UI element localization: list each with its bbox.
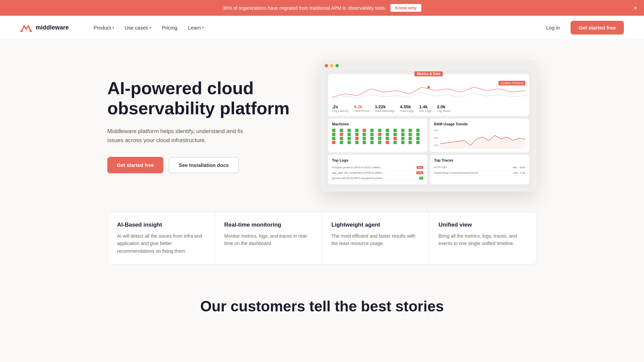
logs-title: Top Logs [332, 158, 423, 162]
machine-dot [409, 141, 412, 144]
feature-card-unified: Unified view Bring all the metrics, logs… [429, 212, 537, 264]
learn-chevron-icon: ▾ [202, 26, 204, 29]
nav-item-pricing[interactable]: Pricing [157, 22, 182, 33]
hero-installation-docs-button[interactable]: See Installation docs [169, 157, 239, 173]
machine-dot [355, 133, 359, 136]
machine-dot [378, 137, 381, 140]
machine-dot [386, 141, 389, 144]
machine-dot [386, 129, 389, 132]
nav-links: Product ▾ Use cases ▾ Pricing Learn ▾ [89, 22, 541, 33]
machine-dot [393, 141, 397, 144]
machine-dot [416, 133, 420, 136]
machine-dot [355, 129, 359, 132]
feature-ai-title: AI-Based insight [117, 222, 205, 228]
machine-dot [401, 129, 405, 132]
machine-dot [340, 137, 343, 140]
machine-dot [386, 137, 389, 140]
stats-row: .2s Avg Latency 9.2k Total Errors 1.22k … [332, 104, 525, 113]
machines-title: Machines [332, 122, 423, 126]
nav-item-use-cases[interactable]: Use cases ▾ [120, 22, 156, 33]
stat-avg-latency: .2s Avg Latency [332, 104, 348, 113]
machine-dot [340, 133, 343, 136]
metrics-data-label: Metrics & Data [414, 71, 443, 76]
machine-dot [416, 129, 420, 132]
machine-dot [347, 129, 351, 132]
machine-dot [355, 137, 359, 140]
hero-visual: Metrics & Data Incident Timeline .2 [321, 60, 537, 192]
metrics-chart: Incident Timeline [332, 82, 525, 102]
machine-dot [409, 137, 412, 140]
hero-buttons: Get started free See Installation docs [107, 157, 301, 173]
machine-dot [378, 129, 381, 132]
product-chevron-icon: ▾ [112, 26, 114, 29]
customers-title: Our customers tell the best stories [20, 298, 624, 315]
use-cases-chevron-icon: ▾ [150, 26, 151, 29]
titlebar-dot-red [325, 64, 328, 67]
metrics-data-card: Metrics & Data Incident Timeline .2 [328, 74, 529, 116]
log-row-3: [pulsar-web-6]>5] INFO org.apache.pulsar… [332, 176, 423, 181]
feature-lightweight-title: Lightweight agent [331, 222, 420, 228]
machine-dot [386, 133, 389, 136]
feature-unified-title: Unified view [439, 222, 527, 228]
nav-actions: Log in Get started free [541, 21, 624, 35]
machine-dot [363, 137, 366, 140]
features-grid: AI-Based insight AI will detect all the … [107, 212, 537, 264]
machine-dot [401, 133, 405, 136]
stat-total-logs: 4.55k Total Logs [400, 104, 414, 113]
hero-content: AI-powered cloud observability platform … [107, 78, 301, 173]
machine-dot [370, 129, 374, 132]
machine-dot [401, 141, 405, 144]
nav-cta-button[interactable]: Get started free [571, 21, 624, 35]
ram-usage-card: RAM Usage Trends 90% 50% 10% [430, 119, 529, 152]
machine-dot [340, 129, 343, 132]
feature-ai-desc: AI will detect all the issues from infra… [117, 232, 205, 255]
machine-dot [393, 129, 397, 132]
nav-item-learn[interactable]: Learn ▾ [183, 22, 209, 33]
top-logs-card: Top Logs Postgres.protocol (#PID>0.8212>… [328, 155, 427, 184]
machine-dot [332, 137, 335, 140]
mockup-inner: Metrics & Data Incident Timeline .2 [325, 71, 533, 188]
machine-dot [332, 141, 335, 144]
machine-dot [378, 141, 381, 144]
trace-row-1: HTTP GET Hits : 942k [434, 165, 525, 170]
hero-title: AI-powered cloud observability platform [107, 78, 301, 119]
top-traces-card: Top Traces HTTP GET Hits : 942k hipsterS… [430, 155, 529, 184]
machine-dot [416, 137, 420, 140]
hero-subtitle: Middleware platform helps identify, unde… [107, 127, 248, 145]
feature-card-lightweight: Lightweight agent The most efficient and… [322, 212, 429, 264]
announcement-close-button[interactable]: × [634, 4, 637, 11]
machine-dot [347, 137, 351, 140]
log-row-1: Postgres.protocol (#PID>0.8212>) failed.… [332, 165, 423, 170]
navbar: middleware Product ▾ Use cases ▾ Pricing [0, 16, 644, 40]
feature-card-ai: AI-Based insight AI will detect all the … [108, 212, 215, 264]
login-link[interactable]: Log in [541, 22, 565, 33]
know-why-button[interactable]: Know why [390, 4, 421, 12]
machine-dot [393, 133, 397, 136]
machine-dot [370, 137, 374, 140]
mockup-titlebar [325, 64, 533, 67]
stat-total-errors: 9.2k Total Errors [354, 104, 369, 113]
machines-card: Machines [328, 119, 427, 152]
machine-dot [340, 141, 343, 144]
features-section: AI-Based insight AI will detect all the … [87, 205, 557, 278]
machine-dot [378, 133, 381, 136]
machine-dot [355, 141, 359, 144]
machine-dot [363, 129, 366, 132]
customers-section: Our customers tell the best stories [0, 278, 644, 335]
machine-dot [370, 133, 374, 136]
machine-dot [332, 133, 335, 136]
hero-get-started-button[interactable]: Get started free [107, 157, 163, 173]
machine-dot [347, 133, 351, 136]
logo-link[interactable]: middleware [20, 23, 69, 33]
announcement-text: 36% of organizations have migrated from … [223, 5, 386, 11]
titlebar-dot-yellow [330, 64, 333, 67]
svg-text:50%: 50% [434, 137, 438, 139]
machine-dot [363, 141, 366, 144]
traces-title: Top Traces [434, 158, 525, 162]
feature-realtime-title: Real-time monitoring [224, 222, 313, 228]
log-row-2: app_grpc.otd_composition (#PID>0.3565> 5… [332, 170, 423, 176]
stat-log-rows: 2.0k Log Rows [437, 104, 450, 113]
feature-unified-desc: Bring all the metrics, logs, traces, and… [439, 232, 527, 247]
feature-card-realtime: Real-time monitoring Monitor metrics, lo… [215, 212, 322, 264]
nav-item-product[interactable]: Product ▾ [89, 22, 119, 33]
